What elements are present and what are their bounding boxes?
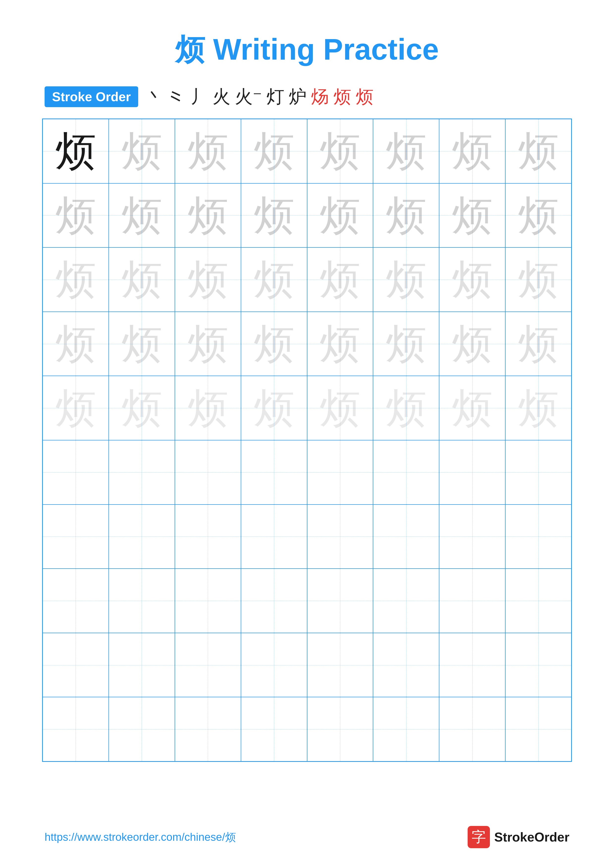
table-row[interactable]: 烦 <box>307 376 373 440</box>
table-row[interactable] <box>505 569 571 633</box>
table-row[interactable]: 烦 <box>43 248 109 312</box>
table-row[interactable] <box>439 440 505 505</box>
table-row[interactable]: 烦 <box>307 119 373 183</box>
table-row[interactable]: 烦 <box>505 312 571 376</box>
table-row[interactable] <box>373 633 439 697</box>
table-row[interactable]: 烦 <box>241 183 307 248</box>
table-row[interactable] <box>307 697 373 761</box>
table-row[interactable] <box>241 569 307 633</box>
table-row[interactable]: 烦 <box>307 312 373 376</box>
table-row[interactable]: 烦 <box>109 183 175 248</box>
practice-char: 烦 <box>452 259 493 300</box>
stroke-2: ⺀ <box>168 85 186 108</box>
table-row[interactable]: 烦 <box>43 376 109 440</box>
practice-char: 烦 <box>452 388 493 429</box>
table-row[interactable] <box>43 569 109 633</box>
practice-char: 烦 <box>452 323 493 364</box>
table-row[interactable] <box>439 697 505 761</box>
table-row[interactable] <box>241 505 307 569</box>
stroke-order-chars: 丶 ⺀ 丿 火 火⁻ 灯 炉 炀 烦 烦 <box>146 85 373 108</box>
table-row[interactable]: 烦 <box>373 183 439 248</box>
table-row[interactable] <box>307 633 373 697</box>
footer-logo: 字 StrokeOrder <box>468 826 569 848</box>
table-row[interactable]: 烦 <box>373 119 439 183</box>
table-row[interactable] <box>109 697 175 761</box>
table-row[interactable]: 烦 <box>505 119 571 183</box>
table-row[interactable]: 烦 <box>439 376 505 440</box>
table-row[interactable] <box>43 697 109 761</box>
table-row[interactable]: 烦 <box>241 312 307 376</box>
table-row[interactable] <box>175 569 241 633</box>
table-row[interactable] <box>241 697 307 761</box>
table-row[interactable] <box>175 697 241 761</box>
table-row[interactable]: 烦 <box>505 248 571 312</box>
table-row[interactable] <box>439 633 505 697</box>
table-row[interactable]: 烦 <box>439 183 505 248</box>
table-row[interactable] <box>373 697 439 761</box>
table-row[interactable]: 烦 <box>43 183 109 248</box>
table-row[interactable]: 烦 <box>373 248 439 312</box>
table-row[interactable] <box>175 440 241 505</box>
table-row[interactable] <box>373 505 439 569</box>
table-row[interactable]: 烦 <box>43 312 109 376</box>
practice-char: 烦 <box>385 323 426 364</box>
table-row[interactable]: 烦 <box>439 312 505 376</box>
table-row[interactable] <box>109 440 175 505</box>
table-row[interactable]: 烦 <box>109 119 175 183</box>
table-row[interactable]: 烦 <box>175 376 241 440</box>
table-row[interactable] <box>505 697 571 761</box>
practice-char: 烦 <box>188 323 229 364</box>
table-row[interactable] <box>307 569 373 633</box>
table-row[interactable] <box>241 633 307 697</box>
table-row[interactable]: 烦 <box>109 376 175 440</box>
table-row[interactable] <box>109 569 175 633</box>
table-row[interactable]: 烦 <box>439 119 505 183</box>
practice-char: 烦 <box>518 259 559 300</box>
table-row[interactable] <box>43 440 109 505</box>
stroke-7: 炉 <box>289 85 307 108</box>
table-row[interactable] <box>505 633 571 697</box>
table-row[interactable] <box>175 505 241 569</box>
table-row[interactable]: 烦 <box>109 312 175 376</box>
practice-char: 烦 <box>55 195 96 236</box>
practice-grid: 烦烦烦烦烦烦烦烦烦烦烦烦烦烦烦烦烦烦烦烦烦烦烦烦烦烦烦烦烦烦烦烦烦烦烦烦烦烦烦烦 <box>42 119 572 762</box>
table-row[interactable] <box>439 569 505 633</box>
table-row[interactable] <box>175 633 241 697</box>
practice-char: 烦 <box>253 388 294 429</box>
table-row[interactable]: 烦 <box>307 183 373 248</box>
table-row[interactable] <box>373 440 439 505</box>
footer: https://www.strokeorder.com/chinese/烦 字 … <box>0 826 614 848</box>
table-row[interactable]: 烦 <box>241 119 307 183</box>
table-row[interactable]: 烦 <box>175 119 241 183</box>
table-row[interactable]: 烦 <box>175 183 241 248</box>
table-row[interactable]: 烦 <box>43 119 109 183</box>
practice-char: 烦 <box>253 259 294 300</box>
practice-char: 烦 <box>320 195 361 236</box>
table-row[interactable] <box>439 505 505 569</box>
table-row[interactable]: 烦 <box>505 183 571 248</box>
table-row[interactable] <box>109 633 175 697</box>
table-row[interactable] <box>241 440 307 505</box>
table-row[interactable] <box>43 505 109 569</box>
table-row[interactable] <box>505 440 571 505</box>
table-row[interactable]: 烦 <box>175 248 241 312</box>
table-row[interactable] <box>373 569 439 633</box>
table-row[interactable] <box>505 505 571 569</box>
practice-char: 烦 <box>121 259 162 300</box>
stroke-9: 烦 <box>333 85 351 108</box>
footer-url[interactable]: https://www.strokeorder.com/chinese/烦 <box>45 830 236 845</box>
logo-char: 字 <box>472 828 486 847</box>
table-row[interactable]: 烦 <box>373 376 439 440</box>
table-row[interactable] <box>109 505 175 569</box>
table-row[interactable]: 烦 <box>109 248 175 312</box>
table-row[interactable] <box>307 505 373 569</box>
table-row[interactable]: 烦 <box>241 376 307 440</box>
table-row[interactable]: 烦 <box>505 376 571 440</box>
table-row[interactable]: 烦 <box>175 312 241 376</box>
table-row[interactable]: 烦 <box>439 248 505 312</box>
table-row[interactable]: 烦 <box>307 248 373 312</box>
table-row[interactable]: 烦 <box>373 312 439 376</box>
table-row[interactable] <box>43 633 109 697</box>
table-row[interactable] <box>307 440 373 505</box>
table-row[interactable]: 烦 <box>241 248 307 312</box>
